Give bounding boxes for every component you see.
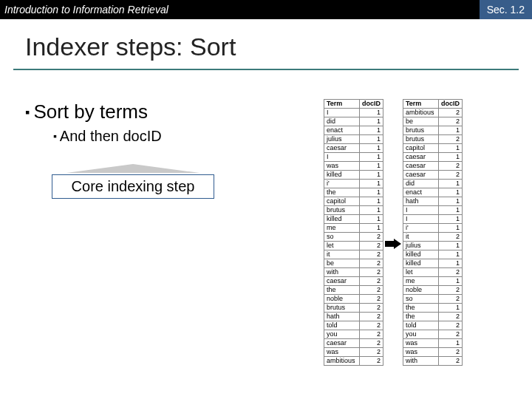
cell-term: was bbox=[403, 348, 439, 357]
cell-term: you bbox=[324, 330, 360, 339]
unsorted-table: Term docID I1did1enact1julius1caesar1I1w… bbox=[324, 99, 383, 366]
cell-docid: 2 bbox=[360, 357, 383, 366]
callout: Core indexing step bbox=[52, 174, 214, 199]
cell-term: was bbox=[324, 348, 360, 357]
table-row: julius1 bbox=[324, 135, 383, 144]
cell-term: caesar bbox=[403, 162, 439, 171]
table-row: was2 bbox=[403, 348, 463, 357]
table-row: killed1 bbox=[324, 171, 383, 180]
table-row: brutus1 bbox=[403, 126, 463, 135]
section-label: Sec. 1.2 bbox=[480, 0, 532, 19]
cell-term: me bbox=[324, 224, 360, 233]
bullet-level2: And then docID bbox=[53, 128, 306, 145]
table-row: me1 bbox=[324, 224, 383, 233]
table-row: I1 bbox=[403, 215, 463, 224]
table-row: caesar2 bbox=[324, 277, 383, 286]
table-row: hath1 bbox=[403, 197, 463, 206]
cell-docid: 1 bbox=[360, 215, 383, 224]
cell-term: i' bbox=[324, 180, 360, 188]
table-row: be2 bbox=[324, 259, 383, 268]
cell-term: I bbox=[403, 215, 439, 224]
cell-docid: 1 bbox=[439, 180, 463, 188]
cell-docid: 2 bbox=[439, 295, 463, 304]
cell-term: killed bbox=[324, 171, 360, 180]
cell-term: i' bbox=[403, 224, 439, 233]
cell-term: I bbox=[403, 206, 439, 215]
table-row: told2 bbox=[403, 321, 463, 330]
cell-docid: 1 bbox=[360, 144, 383, 153]
cell-docid: 1 bbox=[360, 135, 383, 144]
cell-docid: 2 bbox=[439, 286, 463, 295]
cell-docid: 1 bbox=[439, 197, 463, 206]
cell-docid: 1 bbox=[360, 117, 383, 126]
table-row: you2 bbox=[324, 330, 383, 339]
cell-term: it bbox=[324, 250, 360, 259]
table-row: capitol1 bbox=[403, 144, 463, 153]
cell-term: caesar bbox=[324, 277, 360, 286]
cell-term: me bbox=[403, 277, 439, 286]
cell-docid: 1 bbox=[439, 259, 463, 268]
cell-term: brutus bbox=[324, 304, 360, 313]
cell-term: I bbox=[324, 109, 360, 117]
cell-docid: 1 bbox=[439, 250, 463, 259]
cell-docid: 2 bbox=[439, 321, 463, 330]
cell-term: I bbox=[324, 153, 360, 162]
cell-term: hath bbox=[324, 313, 360, 321]
table-row: so2 bbox=[403, 295, 463, 304]
cell-docid: 1 bbox=[360, 224, 383, 233]
table-row: did1 bbox=[324, 117, 383, 126]
cell-docid: 2 bbox=[439, 330, 463, 339]
cell-docid: 2 bbox=[439, 171, 463, 180]
cell-term: you bbox=[403, 330, 439, 339]
cell-docid: 2 bbox=[439, 135, 463, 144]
cell-term: told bbox=[324, 321, 360, 330]
cell-docid: 1 bbox=[439, 339, 463, 348]
table-row: let2 bbox=[324, 242, 383, 250]
cell-term: julius bbox=[324, 135, 360, 144]
cell-term: it bbox=[403, 233, 439, 242]
cell-term: julius bbox=[403, 242, 439, 250]
table-row: the2 bbox=[403, 313, 463, 321]
cell-docid: 1 bbox=[360, 197, 383, 206]
cell-docid: 1 bbox=[360, 171, 383, 180]
table-row: was1 bbox=[324, 162, 383, 171]
cell-term: killed bbox=[324, 215, 360, 224]
table-row: the1 bbox=[324, 188, 383, 197]
table-row: i'1 bbox=[403, 224, 463, 233]
table-row: caesar2 bbox=[403, 162, 463, 171]
table-row: killed1 bbox=[403, 259, 463, 268]
table-row: the2 bbox=[324, 286, 383, 295]
cell-docid: 1 bbox=[439, 242, 463, 250]
slide-title: Indexer steps: Sort bbox=[25, 33, 532, 61]
cell-docid: 1 bbox=[439, 188, 463, 197]
table-row: noble2 bbox=[324, 295, 383, 304]
cell-term: with bbox=[403, 357, 439, 366]
cell-docid: 2 bbox=[360, 321, 383, 330]
table-row: I1 bbox=[324, 109, 383, 117]
table-row: I1 bbox=[324, 153, 383, 162]
cell-docid: 1 bbox=[360, 188, 383, 197]
table-row: it2 bbox=[324, 250, 383, 259]
cell-term: be bbox=[403, 117, 439, 126]
cell-docid: 2 bbox=[360, 313, 383, 321]
callout-text: Core indexing step bbox=[52, 174, 214, 199]
cell-term: be bbox=[324, 259, 360, 268]
table-row: noble2 bbox=[403, 286, 463, 295]
cell-term: caesar bbox=[324, 339, 360, 348]
top-bar: Introduction to Information Retrieval Se… bbox=[0, 0, 532, 19]
table-row: the1 bbox=[403, 304, 463, 313]
cell-docid: 1 bbox=[360, 206, 383, 215]
transform-arrow-icon bbox=[383, 216, 403, 249]
table-row: hath2 bbox=[324, 313, 383, 321]
cell-term: noble bbox=[324, 295, 360, 304]
cell-docid: 2 bbox=[360, 348, 383, 357]
cell-term: caesar bbox=[403, 171, 439, 180]
table-row: it2 bbox=[403, 233, 463, 242]
cell-docid: 1 bbox=[439, 304, 463, 313]
table-row: enact1 bbox=[403, 188, 463, 197]
tables-area: Term docID I1did1enact1julius1caesar1I1w… bbox=[324, 99, 463, 366]
table-row: brutus2 bbox=[403, 135, 463, 144]
cell-docid: 2 bbox=[360, 304, 383, 313]
table-row: julius1 bbox=[403, 242, 463, 250]
table-row: me1 bbox=[403, 277, 463, 286]
